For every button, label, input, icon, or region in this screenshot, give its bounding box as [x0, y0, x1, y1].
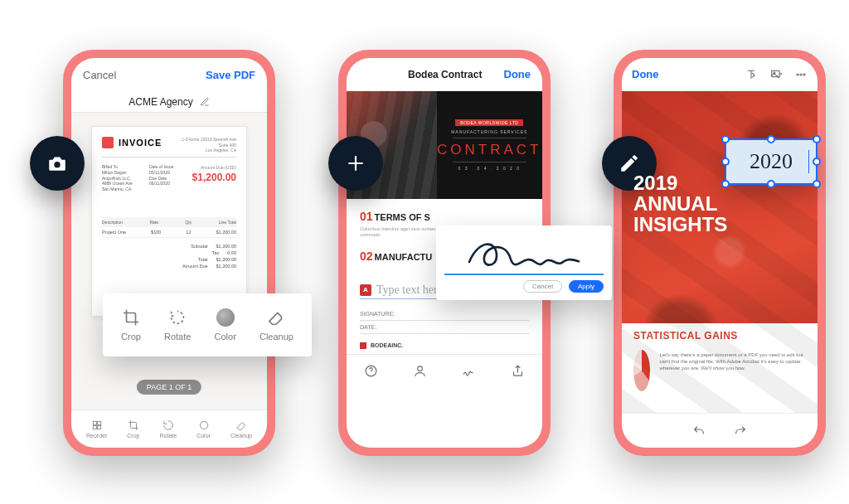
svg-rect-7 — [772, 70, 779, 76]
fab-add[interactable] — [328, 136, 383, 191]
topbar: Done — [622, 58, 817, 91]
nav-cleanup[interactable]: Cleanup — [230, 419, 252, 439]
svg-point-6 — [418, 366, 423, 371]
color-icon — [198, 419, 210, 431]
svg-point-9 — [797, 73, 798, 75]
date-of-issue: Date of Issue 05/11/2020 Due Date 06/11/… — [149, 164, 173, 192]
handle-mt[interactable] — [767, 135, 775, 143]
nav-crop[interactable]: Crop — [127, 419, 139, 439]
hero-badge: BODEA WORLDWIDE LTD — [455, 119, 523, 126]
fab-camera[interactable] — [30, 136, 85, 191]
page-indicator: PAGE 1 OF 1 — [137, 380, 201, 395]
date-label: DATE: — [360, 321, 529, 334]
brand-footer: BODEAINC. — [347, 334, 542, 354]
nav-color[interactable]: Color — [196, 419, 211, 439]
sign-button[interactable] — [462, 364, 476, 381]
svg-rect-0 — [93, 421, 96, 424]
redo-icon[interactable] — [734, 424, 747, 438]
invoice-title: INVOICE — [119, 138, 162, 148]
help-button[interactable] — [364, 364, 378, 381]
tool-crop[interactable]: Crop — [121, 308, 141, 342]
table-row: Project One $100 12 $1,200.00 — [102, 227, 236, 238]
eraser-icon — [235, 419, 247, 431]
cancel-button[interactable]: Cancel — [83, 69, 116, 81]
done-button[interactable]: Done — [504, 68, 531, 80]
text-caret — [808, 150, 810, 173]
signature-apply[interactable]: Apply — [569, 280, 604, 293]
top-right-tools — [745, 68, 808, 81]
save-pdf-button[interactable]: Save PDF — [206, 69, 255, 81]
nav-rotate[interactable]: Rotate — [160, 419, 177, 439]
undo-icon[interactable] — [692, 424, 706, 438]
amount-due-label: Amount Due (USD) — [201, 165, 236, 170]
hero-sub: MANUFACTURING SERVICES — [451, 129, 527, 134]
svg-rect-1 — [97, 421, 100, 424]
share-button[interactable] — [511, 364, 525, 381]
rotate-icon — [168, 308, 187, 327]
signature-canvas[interactable] — [444, 232, 604, 275]
cover-bottom: STATISTICAL GAINS Let's say there's a pa… — [622, 323, 817, 413]
tool-color[interactable]: Color — [215, 308, 236, 342]
text-tool-icon[interactable] — [745, 68, 758, 81]
done-button[interactable]: Done — [632, 68, 659, 80]
topbar: Cancel Save PDF — [71, 58, 267, 91]
section-paragraph: Let's say there's a paper document or a … — [660, 351, 806, 413]
crop-icon — [128, 419, 139, 431]
profile-button[interactable] — [413, 364, 427, 381]
signature-cancel[interactable]: Cancel — [523, 280, 562, 293]
rename-icon[interactable] — [200, 97, 210, 107]
phone-edit: Done 2019 ANNUAL INSIGHTS STATISTICAL GA… — [614, 50, 826, 456]
sign-icon — [462, 364, 476, 378]
handle-ml[interactable] — [721, 158, 730, 166]
line-items-table: Description Rate Qty Line Total Project … — [102, 217, 236, 269]
phone-scan: Cancel Save PDF ACME Agency INVOICE 1-3 … — [63, 50, 275, 456]
tool-rotate[interactable]: Rotate — [164, 308, 191, 342]
cover-title: 2019 ANNUAL INSIGHTS — [633, 172, 727, 235]
signature-card: Cancel Apply — [436, 225, 612, 300]
handle-tr[interactable] — [813, 135, 821, 143]
totals: Subtotal$1,200.00 Tax0.00 Total$1,200.00… — [102, 243, 236, 269]
svg-rect-2 — [93, 426, 96, 429]
hero-title: CONTRACT — [437, 142, 541, 158]
eraser-icon — [267, 308, 285, 327]
profile-icon — [413, 364, 427, 378]
th-desc: Description — [102, 220, 123, 225]
doc-title: Bodea Contract — [408, 69, 482, 80]
handle-mb[interactable] — [767, 180, 775, 188]
amount-due: $1,200.00 — [192, 172, 236, 183]
text-placeholder: Type text here — [376, 284, 443, 297]
image-tool-icon[interactable] — [769, 68, 783, 81]
invoice-page[interactable]: INVOICE 1-3 Acme 12913 Seventh Ave Suite… — [91, 126, 247, 317]
color-swatch-icon — [216, 308, 235, 327]
tool-cleanup[interactable]: Cleanup — [260, 308, 294, 342]
svg-point-4 — [200, 421, 207, 429]
more-icon[interactable] — [794, 68, 808, 81]
svg-point-11 — [803, 73, 805, 75]
signature-stroke — [462, 235, 586, 271]
camera-icon — [46, 153, 68, 174]
th-qty: Qty — [185, 220, 192, 225]
handle-mr[interactable] — [813, 158, 821, 166]
nav-reorder[interactable]: Reorder — [86, 419, 107, 439]
signature-fields: SIGNATURE: DATE: — [347, 299, 542, 334]
document-area: INVOICE 1-3 Acme 12913 Seventh Ave Suite… — [71, 113, 267, 410]
donut-chart — [633, 350, 650, 391]
billed-to: Billed To Milton Degan Acquifinds LLC 46… — [102, 164, 133, 192]
document-title-bar: ACME Agency — [71, 91, 267, 113]
bottom-nav: Reorder Crop Rotate Color Cleanup — [71, 410, 267, 448]
hero-date: 0 3 . 0 4 . 2 0 2 0 — [458, 166, 522, 171]
acrobat-icon: A — [360, 284, 371, 296]
company-address: 1-3 Acme 12913 Seventh Ave Suite 400 Los… — [182, 137, 236, 153]
invoice-logo-icon — [102, 137, 114, 148]
handle-tl[interactable] — [721, 135, 730, 143]
topbar: Bodea Contract Done — [347, 58, 542, 91]
svg-point-10 — [800, 73, 802, 75]
edit-text-value: 2020 — [750, 149, 793, 174]
edit-text-selection[interactable]: 2020 — [725, 138, 817, 185]
reorder-icon — [91, 419, 103, 431]
tool-card: Crop Rotate Color Cleanup — [103, 293, 312, 356]
brand-mark-icon — [360, 342, 366, 349]
svg-rect-3 — [97, 426, 100, 429]
handle-br[interactable] — [813, 180, 821, 188]
undo-redo-bar — [622, 413, 817, 448]
